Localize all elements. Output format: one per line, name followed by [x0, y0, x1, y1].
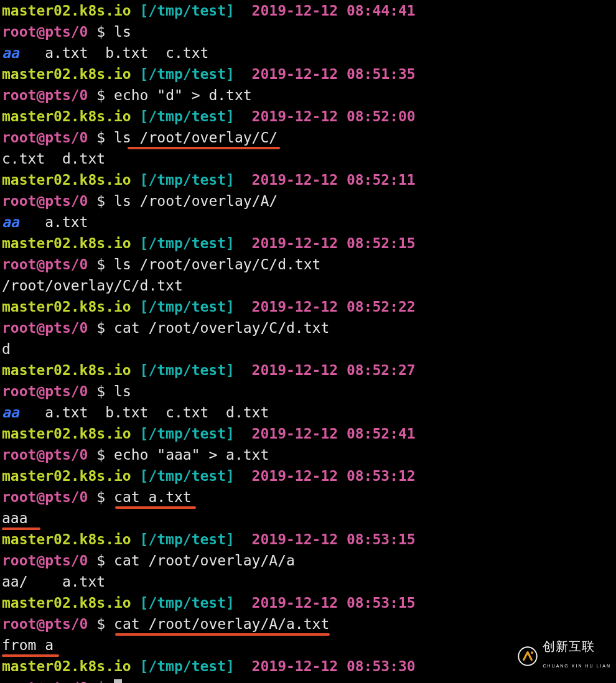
directory-name: aa	[2, 404, 19, 420]
command-text[interactable]: ls /root/overlay/A/	[114, 193, 278, 209]
prompt-dollar: $	[96, 616, 105, 632]
timestamp: 2019-12-12 08:53:30	[252, 658, 416, 674]
cwd-path: [/tmp/test]	[140, 299, 235, 315]
timestamp: 2019-12-12 08:52:11	[252, 172, 416, 188]
output-text: d	[2, 341, 11, 357]
prompt-command-line[interactable]: root@pts/0 $ ls /root/overlay/A/	[2, 190, 614, 211]
hostname: master02.k8s.io	[2, 299, 131, 315]
underline-aaa	[2, 527, 40, 530]
hostname: master02.k8s.io	[2, 172, 131, 188]
prompt-header: master02.k8s.io [/tmp/test] 2019-12-12 0…	[2, 0, 614, 21]
command-text[interactable]: ls	[114, 383, 131, 399]
watermark-text: 创新互联	[543, 636, 611, 657]
prompt-command-line[interactable]: root@pts/0 $ echo "d" > d.txt	[2, 85, 614, 106]
command-text[interactable]: cat a.txt	[114, 489, 192, 505]
output-text: aa/ a.txt	[2, 574, 105, 590]
timestamp: 2019-12-12 08:44:41	[252, 2, 416, 19]
output-text: a.txt b.txt c.txt	[19, 45, 209, 61]
svg-point-0	[519, 647, 537, 665]
output-line: d	[2, 338, 614, 360]
cwd-path: [/tmp/test]	[140, 595, 235, 611]
cwd-path: [/tmp/test]	[140, 172, 235, 188]
prompt-header: master02.k8s.io [/tmp/test] 2019-12-12 0…	[2, 233, 614, 254]
prompt-dollar: $	[96, 256, 105, 272]
output-line: /root/overlay/C/d.txt	[2, 275, 614, 296]
command-text[interactable]: ls /root/overlay/C/	[114, 129, 278, 146]
prompt-command-line[interactable]: root@pts/0 $	[2, 677, 614, 683]
hostname: master02.k8s.io	[2, 108, 131, 124]
prompt-header: master02.k8s.io [/tmp/test] 2019-12-12 0…	[2, 63, 614, 85]
prompt-command-line[interactable]: root@pts/0 $ ls /root/overlay/C/d.txt	[2, 254, 614, 275]
underline-from-a	[2, 654, 59, 657]
prompt-dollar: $	[96, 87, 105, 103]
user-tty: root@pts/0	[2, 256, 88, 272]
timestamp: 2019-12-12 08:52:41	[252, 425, 416, 442]
cwd-path: [/tmp/test]	[140, 235, 235, 251]
command-text[interactable]: ls	[114, 24, 131, 40]
user-tty: root@pts/0	[2, 679, 88, 683]
user-tty: root@pts/0	[2, 24, 88, 40]
watermark-subtext: CHUANG XIN HU LIAN	[543, 656, 611, 677]
prompt-dollar: $	[96, 320, 105, 336]
user-tty: root@pts/0	[2, 129, 88, 146]
hostname: master02.k8s.io	[2, 2, 131, 19]
prompt-command-line[interactable]: root@pts/0 $ ls /root/overlay/C/	[2, 127, 614, 148]
prompt-command-line[interactable]: root@pts/0 $ ls	[2, 21, 614, 42]
underline-cat-a-txt	[115, 506, 196, 509]
output-line: aa/ a.txt	[2, 571, 614, 592]
timestamp: 2019-12-12 08:53:15	[252, 531, 416, 547]
hostname: master02.k8s.io	[2, 468, 131, 484]
output-text: from a	[2, 637, 54, 653]
timestamp: 2019-12-12 08:53:12	[252, 468, 416, 484]
prompt-header: master02.k8s.io [/tmp/test] 2019-12-12 0…	[2, 529, 614, 550]
prompt-header: master02.k8s.io [/tmp/test] 2019-12-12 0…	[2, 169, 614, 190]
user-tty: root@pts/0	[2, 193, 88, 209]
watermark: 创新互联 CHUANG XIN HU LIAN	[518, 636, 611, 677]
prompt-command-line[interactable]: root@pts/0 $ cat /root/overlay/C/d.txt	[2, 317, 614, 338]
prompt-dollar: $	[96, 24, 105, 40]
output-text: a.txt	[19, 214, 88, 230]
underline-overlay-c	[128, 147, 280, 149]
command-text[interactable]: cat /root/overlay/A/a	[114, 552, 295, 569]
prompt-header: master02.k8s.io [/tmp/test] 2019-12-12 0…	[2, 423, 614, 444]
cwd-path: [/tmp/test]	[140, 531, 235, 547]
hostname: master02.k8s.io	[2, 362, 131, 378]
user-tty: root@pts/0	[2, 87, 88, 103]
user-tty: root@pts/0	[2, 383, 88, 399]
command-text[interactable]: echo "aaa" > a.txt	[114, 447, 269, 463]
timestamp: 2019-12-12 08:52:00	[252, 108, 416, 124]
command-text[interactable]: cat /root/overlay/A/a.txt	[114, 616, 329, 632]
cwd-path: [/tmp/test]	[140, 66, 235, 82]
hostname: master02.k8s.io	[2, 531, 131, 547]
hostname: master02.k8s.io	[2, 66, 131, 82]
command-text[interactable]: echo "d" > d.txt	[114, 87, 252, 103]
directory-name: aa	[2, 45, 19, 61]
prompt-command-line[interactable]: root@pts/0 $ cat /root/overlay/A/a.txt	[2, 613, 614, 634]
command-text[interactable]: cat /root/overlay/C/d.txt	[114, 320, 329, 336]
hostname: master02.k8s.io	[2, 235, 131, 251]
prompt-dollar: $	[96, 383, 105, 399]
command-text[interactable]: ls /root/overlay/C/d.txt	[114, 256, 320, 272]
prompt-command-line[interactable]: root@pts/0 $ echo "aaa" > a.txt	[2, 444, 614, 465]
prompt-dollar: $	[96, 193, 105, 209]
cwd-path: [/tmp/test]	[140, 362, 235, 378]
prompt-command-line[interactable]: root@pts/0 $ cat /root/overlay/A/a	[2, 550, 614, 571]
output-text: aaa	[2, 510, 28, 526]
prompt-command-line[interactable]: root@pts/0 $ cat a.txt	[2, 486, 614, 508]
watermark-icon	[518, 646, 538, 666]
user-tty: root@pts/0	[2, 552, 88, 569]
prompt-dollar: $	[96, 447, 105, 463]
cwd-path: [/tmp/test]	[140, 468, 235, 484]
prompt-dollar: $	[96, 552, 105, 569]
user-tty: root@pts/0	[2, 320, 88, 336]
prompt-command-line[interactable]: root@pts/0 $ ls	[2, 381, 614, 402]
terminal[interactable]: master02.k8s.io [/tmp/test] 2019-12-12 0…	[0, 0, 616, 683]
prompt-dollar: $	[96, 489, 105, 505]
output-text: /root/overlay/C/d.txt	[2, 277, 183, 294]
cwd-path: [/tmp/test]	[140, 108, 235, 124]
user-tty: root@pts/0	[2, 447, 88, 463]
cwd-path: [/tmp/test]	[140, 2, 235, 19]
hostname: master02.k8s.io	[2, 425, 131, 442]
output-text: c.txt d.txt	[2, 151, 105, 167]
timestamp: 2019-12-12 08:51:35	[252, 66, 416, 82]
